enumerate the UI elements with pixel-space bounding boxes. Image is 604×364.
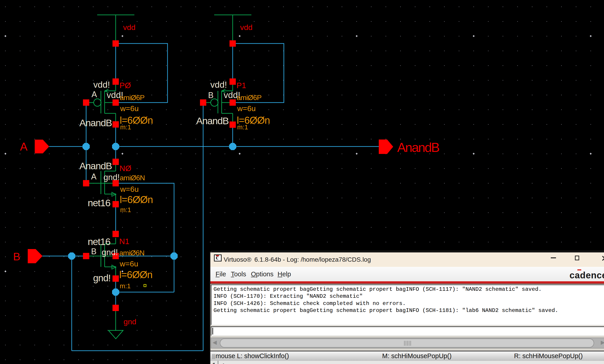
svg-text:A: A — [91, 172, 97, 181]
svg-text:m:1: m:1 — [120, 282, 131, 290]
svg-text:amiØ6N: amiØ6N — [119, 249, 144, 257]
svg-text:gnd!: gnd! — [93, 273, 111, 283]
svg-text:N1: N1 — [119, 237, 129, 246]
svg-text:w=6u: w=6u — [120, 185, 139, 193]
svg-text:A: A — [91, 90, 97, 99]
svg-text:m:1: m:1 — [120, 124, 131, 131]
svg-text:AnandB: AnandB — [79, 117, 112, 128]
svg-text:net16: net16 — [88, 197, 111, 208]
svg-text:w=6u: w=6u — [237, 104, 256, 113]
svg-text:amiØ6N: amiØ6N — [120, 174, 145, 182]
svg-text:w=6u: w=6u — [120, 104, 139, 113]
svg-text:l=6ØØn: l=6ØØn — [120, 194, 153, 205]
svg-text:B: B — [208, 91, 214, 100]
svg-text:vdd!: vdd! — [93, 80, 110, 89]
svg-text:net16: net16 — [88, 236, 111, 247]
svg-text:w=6u: w=6u — [119, 259, 138, 268]
svg-text:gnd!: gnd! — [102, 248, 118, 257]
svg-text:AnandB: AnandB — [79, 161, 112, 171]
svg-text:vdd: vdd — [240, 23, 252, 32]
svg-text:vdd: vdd — [123, 23, 136, 32]
svg-text:m:1: m:1 — [120, 206, 131, 213]
svg-text:P1: P1 — [237, 81, 246, 90]
svg-text:A: A — [20, 140, 28, 153]
svg-text:amiØ6P: amiØ6P — [237, 94, 262, 102]
svg-text:B: B — [91, 247, 97, 256]
svg-text:NØ: NØ — [119, 164, 131, 173]
svg-text:PØ: PØ — [119, 81, 131, 90]
svg-text:AnandB: AnandB — [397, 140, 439, 155]
svg-text:m:1: m:1 — [237, 124, 248, 131]
svg-text:gnd!: gnd! — [103, 173, 120, 182]
svg-text:gnd: gnd — [124, 317, 136, 326]
svg-text:amiØ6P: amiØ6P — [120, 94, 145, 102]
svg-text:B: B — [13, 251, 20, 263]
svg-text:AnandB: AnandB — [196, 115, 229, 126]
svg-text:l=6ØØn: l=6ØØn — [119, 269, 152, 280]
svg-text:vdd!: vdd! — [210, 80, 227, 89]
